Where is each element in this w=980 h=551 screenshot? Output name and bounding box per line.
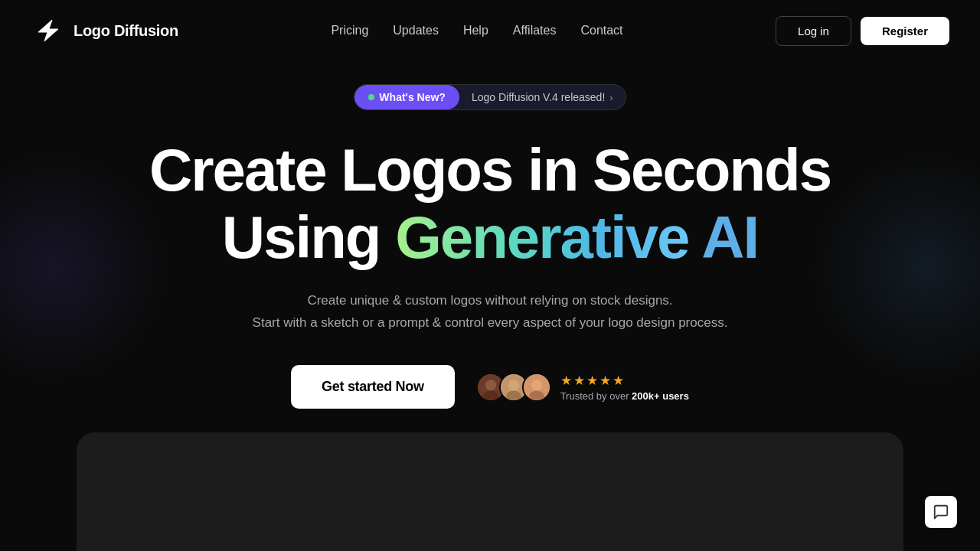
nav-item-updates[interactable]: Updates — [393, 24, 439, 37]
badge-dot — [368, 94, 374, 100]
svg-point-1 — [485, 380, 495, 390]
star-rating: ★ ★ ★ ★ ★ — [560, 373, 624, 389]
nav-links: Pricing Updates Help Affilates Contact — [331, 24, 622, 37]
headline-space — [688, 204, 701, 271]
avatar-group — [476, 373, 551, 402]
trusted-label: Trusted by over 200k+ users — [560, 390, 689, 402]
announcement-badge[interactable]: What's New? Logo Diffusion V.4 released!… — [354, 84, 626, 110]
nav-item-contact[interactable]: Contact — [580, 24, 622, 37]
logo-icon — [31, 17, 66, 44]
chat-icon — [933, 504, 949, 520]
whats-new-label: What's New? — [354, 85, 459, 109]
logo[interactable]: Logo Diffusion — [31, 17, 178, 44]
stars-area: ★ ★ ★ ★ ★ Trusted by over 200k+ users — [560, 373, 689, 402]
headline-ai: AI — [701, 204, 758, 271]
star-2: ★ — [573, 373, 585, 389]
get-started-button[interactable]: Get started Now — [291, 365, 455, 409]
badge-message: Logo Diffusion V.4 released! › — [459, 85, 626, 109]
svg-point-7 — [531, 380, 541, 390]
hero-subheadline: Create unique & custom logos without rel… — [253, 290, 728, 334]
hero-section: What's New? Logo Diffusion V.4 released!… — [0, 61, 980, 409]
headline-generative: Generative — [395, 204, 688, 271]
nav-item-pricing[interactable]: Pricing — [331, 24, 368, 37]
hero-headline-line1: Create Logos in Seconds — [149, 138, 831, 204]
star-5: ★ — [612, 373, 624, 389]
svg-point-4 — [508, 380, 518, 390]
logo-text: Logo Diffusion — [74, 22, 178, 40]
svg-point-8 — [529, 390, 544, 401]
cta-row: Get started Now — [291, 365, 689, 409]
register-button[interactable]: Register — [861, 17, 949, 45]
avatar — [522, 373, 551, 402]
bottom-card — [77, 432, 903, 551]
navbar: Logo Diffusion Pricing Updates Help Affi… — [0, 0, 980, 61]
nav-actions: Log in Register — [776, 16, 949, 46]
star-3: ★ — [586, 373, 598, 389]
nav-item-affilates[interactable]: Affilates — [513, 24, 557, 37]
svg-point-5 — [506, 390, 521, 401]
login-button[interactable]: Log in — [776, 16, 851, 46]
chevron-right-icon: › — [609, 92, 612, 103]
star-1: ★ — [560, 373, 572, 389]
nav-item-help[interactable]: Help — [463, 24, 488, 37]
hero-headline-line2: Using Generative AI — [222, 204, 758, 272]
headline-prefix: Using — [222, 204, 395, 271]
social-proof: ★ ★ ★ ★ ★ Trusted by over 200k+ users — [476, 373, 689, 402]
chat-widget[interactable] — [925, 496, 957, 528]
svg-point-2 — [483, 390, 498, 401]
star-4: ★ — [599, 373, 611, 389]
